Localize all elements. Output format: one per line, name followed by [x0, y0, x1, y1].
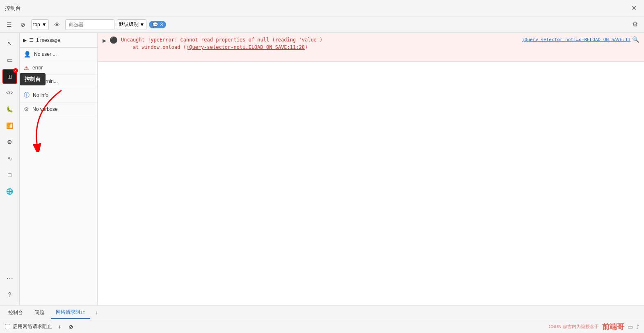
expand-icon[interactable]: ▶ [23, 37, 27, 43]
toggle-sidebar-button[interactable]: ☰ [3, 19, 15, 30]
level-dropdown[interactable]: 默认级别 ▼ [117, 19, 147, 30]
tab-network-block-label: 网络请求阻止 [56, 309, 85, 316]
error-source-link-inner[interactable]: jQuery-selector-noti…ELOAD_ON_SAVE:11:28 [186, 44, 305, 50]
list-item-info[interactable]: ⓘ No info [20, 88, 97, 103]
console-tooltip: 控制台 [20, 73, 46, 85]
expand-icon[interactable]: ⤴ [636, 324, 639, 330]
block-circle-icon: ⊘ [69, 324, 73, 330]
performance-icon: ⚙ [7, 139, 12, 145]
message-count-badge: 💬 3 [149, 21, 166, 28]
sidebar-item-debugger[interactable]: 🐛 [2, 102, 17, 117]
chevron-down-icon-level: ▼ [140, 22, 145, 28]
error-icon: ⚠ [24, 64, 29, 71]
message-icon: 💬 [152, 22, 158, 28]
bottom-tabs: 控制台 问题 网络请求阻止 + [0, 305, 644, 320]
sidebar-item-application[interactable]: □ [2, 168, 17, 182]
user-label: No user ... [34, 51, 57, 57]
info-label: No info [33, 92, 48, 98]
tab-network-block[interactable]: 网络请求阻止 [51, 307, 90, 319]
search-icon[interactable]: 🔍 [632, 36, 639, 43]
error-label: error [32, 65, 43, 71]
list-icon: ☰ [29, 37, 34, 43]
console-empty-area [98, 62, 644, 305]
network-block-label: 启用网络请求阻止 [13, 323, 52, 330]
plus-icon: + [95, 310, 98, 316]
settings-button[interactable]: ⚙ [629, 19, 641, 30]
code-icon: </> [6, 90, 13, 96]
list-item-user[interactable]: 👤 No user ... [20, 48, 97, 61]
eye-button[interactable]: 👁 [51, 19, 63, 30]
error-expand-button[interactable]: ▶ [103, 38, 106, 44]
level-label: 默认级别 [119, 21, 139, 28]
watermark-sub: CSDN @吉内为隐授念于 [549, 324, 599, 330]
add-icon: + [58, 324, 61, 330]
sidebar-icons: ↖ ▭ ◫ ✕ </> 🐛 📶 ⚙ ∿ [0, 33, 20, 305]
console-main: ▶ ⚫ Uncaught TypeError: Cannot read prop… [98, 33, 644, 305]
more-icon: ⋯ [7, 274, 13, 282]
error-message-line2: at window.onload (jQuery-selector-noti…E… [121, 44, 518, 51]
application-icon: □ [8, 172, 11, 178]
status-bar: 启用网络请求阻止 + ⊘ CSDN @吉内为隐授念于 前端哥 ▭ ⤴ [0, 320, 644, 333]
tab-console-label: 控制台 [8, 309, 23, 316]
context-value: top [33, 22, 40, 28]
user-icon: 👤 [24, 51, 31, 57]
info-icon: ⓘ [24, 92, 30, 99]
tab-console[interactable]: 控制台 [3, 307, 28, 319]
console-sidebar-header: ▶ ☰ 1 message [20, 33, 97, 48]
bug-icon: 🐛 [6, 106, 13, 113]
sidebar-item-console[interactable]: ◫ ✕ [2, 69, 17, 84]
tab-issues[interactable]: 问题 [30, 307, 49, 319]
layers-icon: ▭ [7, 56, 13, 64]
console-icon: ◫ [7, 73, 12, 79]
gear-icon: ⚙ [632, 21, 638, 28]
list-item-verbose[interactable]: ⚙ No verbose [20, 103, 97, 116]
error-badge: ✕ [13, 68, 18, 73]
sidebar-item-sources[interactable]: </> [2, 85, 17, 100]
network-block-toggle[interactable] [5, 324, 10, 329]
error-row: ▶ ⚫ Uncaught TypeError: Cannot read prop… [98, 33, 644, 62]
sidebar-item-more[interactable]: ⋯ [2, 271, 17, 285]
bottom-right-controls: CSDN @吉内为隐授念于 前端哥 ▭ ⤴ [549, 322, 639, 332]
add-rule-button[interactable]: + [55, 323, 64, 331]
sidebar-item-network[interactable]: 📶 [2, 118, 17, 133]
sidebar-toggle-icon: ☰ [7, 21, 12, 28]
verbose-label: No verbose [32, 106, 57, 112]
message-count-label: 1 message [36, 37, 60, 43]
title-text: 控制台 [5, 5, 21, 12]
error-message-line1: Uncaught TypeError: Cannot read properti… [121, 36, 518, 44]
network-icon: 📶 [6, 122, 13, 129]
filter-input[interactable] [65, 19, 114, 30]
tab-issues-label: 问题 [34, 309, 44, 316]
error-source-info: jQuery-selector-noti…d=RELOAD_ON_SAVE:11… [522, 36, 639, 43]
verbose-icon: ⚙ [24, 106, 29, 113]
error-content: Uncaught TypeError: Cannot read properti… [121, 36, 518, 51]
message-count: 3 [160, 22, 163, 28]
error-circle-icon: ⚫ [110, 36, 118, 44]
enable-network-block-checkbox[interactable]: 启用网络请求阻止 [5, 323, 52, 330]
sidebar-item-pointer[interactable]: ↖ [2, 36, 17, 51]
globe-icon: 🌐 [6, 188, 13, 195]
eye-icon: 👁 [54, 21, 60, 28]
sidebar-item-help[interactable]: ? [2, 287, 17, 302]
pointer-icon: ↖ [7, 40, 12, 47]
watermark: 前端哥 [602, 322, 624, 332]
screen-icon[interactable]: ▭ [628, 324, 633, 330]
sidebar-item-memory[interactable]: ∿ [2, 151, 17, 166]
toolbar: ☰ ⊘ top ▼ 👁 默认级别 ▼ 💬 3 ⚙ [0, 16, 644, 33]
sidebar-item-elements[interactable]: ▭ [2, 53, 17, 67]
chevron-down-icon: ▼ [42, 22, 47, 28]
help-icon: ? [8, 291, 11, 298]
context-selector[interactable]: top ▼ [31, 19, 49, 30]
close-button[interactable]: ✕ [629, 3, 639, 13]
source-file-link[interactable]: jQuery-selector-noti…d=RELOAD_ON_SAVE:11 [522, 37, 630, 42]
block-icon: ⊘ [21, 21, 25, 28]
add-tab-button[interactable]: + [92, 308, 102, 318]
sidebar-item-performance[interactable]: ⚙ [2, 135, 17, 149]
main-area: ↖ ▭ ◫ ✕ </> 🐛 📶 ⚙ ∿ [0, 33, 644, 305]
block-button[interactable]: ⊘ [17, 19, 29, 30]
memory-icon: ∿ [7, 155, 12, 162]
sidebar-item-security[interactable]: 🌐 [2, 184, 17, 199]
block-rule-button[interactable]: ⊘ [67, 323, 75, 331]
title-bar: 控制台 ✕ [0, 0, 644, 16]
